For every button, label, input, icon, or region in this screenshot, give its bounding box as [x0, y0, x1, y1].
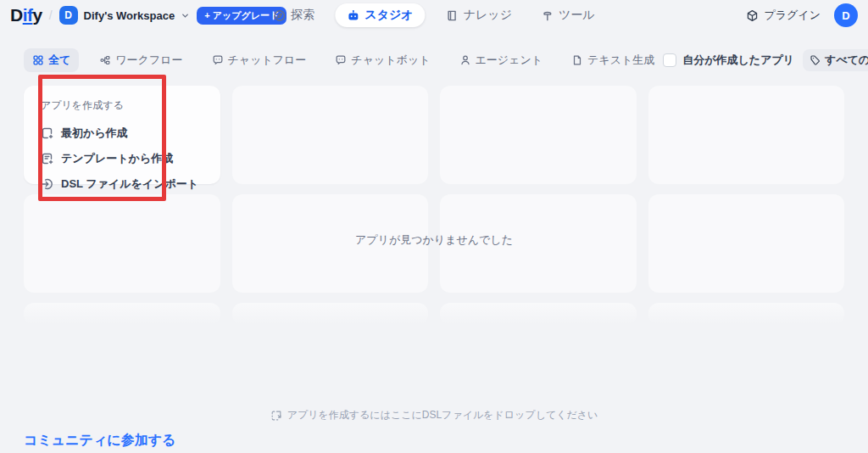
tag-filter-label: すべてのタグ: [825, 53, 868, 68]
nav-item-studio[interactable]: スタジオ: [335, 3, 425, 27]
book-icon: [446, 9, 459, 22]
app-card-placeholder: [440, 86, 637, 184]
box-icon: [746, 9, 759, 22]
create-template-icon: [41, 152, 54, 165]
nav-item-explore[interactable]: 探索: [264, 3, 323, 27]
create-app-card: アプリを作成する 最初から作成 テンプレートから作成: [24, 86, 220, 184]
create-from-blank-button[interactable]: 最初から作成: [41, 121, 203, 145]
breadcrumb-separator: /: [49, 8, 53, 22]
app-card-placeholder-faded: [648, 303, 845, 325]
create-item-label: 最初から作成: [61, 126, 128, 141]
user-avatar[interactable]: D: [834, 3, 858, 27]
app-card-placeholder: [648, 86, 845, 184]
my-apps-filter[interactable]: 自分が作成したアプリ: [663, 53, 794, 68]
create-item-label: テンプレートから作成: [61, 151, 173, 166]
header-right-group: プラグイン D: [746, 3, 858, 27]
grid-icon: [32, 54, 44, 66]
chatbot-icon: [335, 54, 347, 66]
tab-workflow[interactable]: ワークフロー: [91, 48, 191, 72]
dsl-drop-zone[interactable]: アプリを作成するにはここにDSLファイルをドロップしてください: [0, 408, 868, 422]
app-card-placeholder-faded: [24, 303, 220, 325]
my-apps-label: 自分が作成したアプリ: [682, 53, 794, 68]
create-app-title: アプリを作成する: [41, 98, 203, 113]
workspace-avatar: D: [59, 6, 78, 25]
tab-label: ワークフロー: [115, 53, 182, 68]
tab-chatbot[interactable]: チャットボット: [326, 48, 438, 72]
chevron-down-icon: [181, 11, 190, 20]
nav-item-label: ナレッジ: [464, 8, 512, 23]
nav-item-label: 探索: [291, 8, 314, 23]
drop-hint-text: アプリを作成するにはここにDSLファイルをドロップしてください: [287, 408, 598, 422]
workspace-selector[interactable]: D Dify's Workspace: [59, 6, 191, 25]
filter-bar: 全て ワークフロー チャットフロー チャットボット: [0, 48, 868, 71]
tab-all[interactable]: 全て: [24, 48, 79, 72]
file-drop-icon: [270, 410, 282, 422]
tab-label: テキスト生成: [587, 53, 654, 68]
join-community-link[interactable]: コミュニティに参加する: [24, 432, 175, 450]
create-item-label: DSL ファイルをインポート: [61, 176, 198, 192]
app-card-placeholder: [232, 86, 429, 184]
tools-icon: [541, 9, 554, 22]
import-dsl-icon: [41, 177, 54, 191]
tab-label: チャットボット: [351, 53, 430, 68]
tab-agent[interactable]: エージェント: [451, 48, 552, 72]
workflow-icon: [99, 54, 111, 66]
tab-label: 全て: [48, 53, 70, 68]
chatflow-icon: [212, 54, 224, 66]
apps-grid-area: アプリを作成する 最初から作成 テンプレートから作成: [0, 86, 868, 325]
agent-icon: [459, 54, 471, 66]
header-left-group: Dify / D Dify's Workspace + アップグレード: [10, 5, 287, 25]
tab-chatflow[interactable]: チャットフロー: [203, 48, 315, 72]
textgen-icon: [571, 54, 583, 66]
compass-icon: [273, 9, 286, 22]
import-dsl-button[interactable]: DSL ファイルをインポート: [41, 172, 203, 196]
app-card-placeholder-faded: [232, 303, 429, 325]
dify-logo[interactable]: Dify: [10, 5, 42, 25]
logo-part-d: D: [10, 5, 23, 25]
nav-item-tools[interactable]: ツール: [532, 3, 604, 27]
plugins-label: プラグイン: [764, 8, 821, 23]
tag-filter-dropdown[interactable]: すべてのタグ: [803, 49, 868, 71]
filter-controls: 自分が作成したアプリ すべてのタグ: [663, 49, 868, 71]
tab-label: エージェント: [476, 53, 543, 68]
my-apps-checkbox[interactable]: [663, 53, 676, 67]
robot-icon: [347, 9, 359, 22]
main-nav: 探索 スタジオ ナレッジ ツール: [264, 3, 603, 27]
plus-icon: +: [204, 10, 209, 20]
workspace-name: Dify's Workspace: [84, 9, 175, 22]
logo-part-y: y: [33, 5, 42, 25]
top-header: Dify / D Dify's Workspace + アップグレード 探索: [0, 0, 868, 31]
plugins-button[interactable]: プラグイン: [746, 8, 821, 23]
tag-icon: [810, 54, 821, 65]
app-type-tabs: 全て ワークフロー チャットフロー チャットボット: [24, 48, 663, 72]
tab-label: チャットフロー: [228, 53, 307, 68]
app-card-placeholder-faded: [440, 303, 637, 325]
create-blank-icon: [41, 126, 54, 140]
apps-grid: アプリを作成する 最初から作成 テンプレートから作成: [0, 86, 868, 325]
create-from-template-button[interactable]: テンプレートから作成: [41, 147, 203, 171]
nav-item-label: スタジオ: [364, 8, 413, 23]
nav-item-label: ツール: [559, 8, 595, 23]
logo-part-if: if: [23, 5, 33, 25]
dify-studio-page: Dify / D Dify's Workspace + アップグレード 探索: [0, 0, 868, 453]
nav-item-knowledge[interactable]: ナレッジ: [437, 3, 520, 27]
empty-state-message: アプリが見つかりませんでした: [0, 232, 868, 248]
tab-textgen[interactable]: テキスト生成: [563, 48, 663, 72]
